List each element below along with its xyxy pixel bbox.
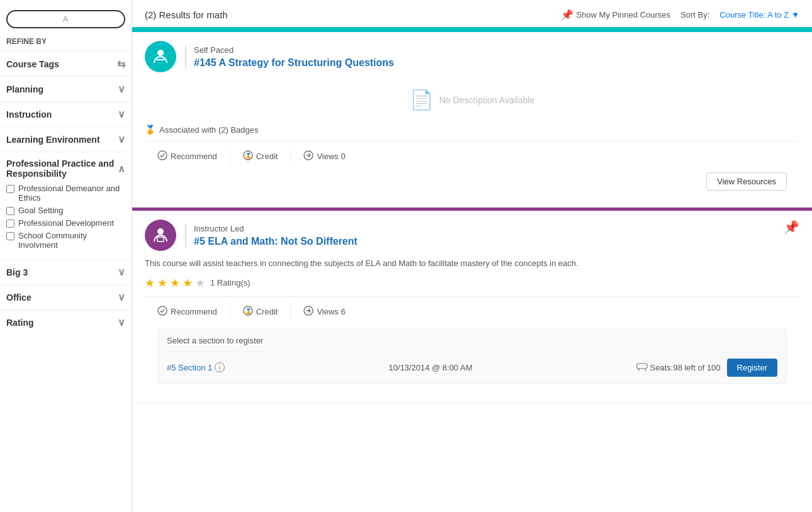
svg-text:🏅: 🏅 — [244, 152, 252, 160]
sidebar-section-header-office[interactable]: Office∨ — [6, 291, 125, 303]
action-label-2-course-0: Views 0 — [317, 152, 345, 161]
sidebar-section-header-learning-environment[interactable]: Learning Environment∨ — [6, 133, 125, 145]
star-4-course-1: ★ — [183, 276, 193, 290]
action-label-0-course-1: Recommend — [171, 307, 217, 316]
sidebar-section-learning-environment: Learning Environment∨ — [0, 126, 132, 152]
sidebar-section-course-tags: Course Tags⇆ — [0, 51, 132, 76]
sidebar-section-header-rating[interactable]: Rating∨ — [6, 316, 125, 328]
action-btn-1-course-0[interactable]: 🏅Credit — [230, 148, 291, 165]
action-icon-2-course-0 — [303, 150, 313, 162]
sidebar: A REFINE BY Course Tags⇆Planning∨Instruc… — [0, 0, 132, 512]
sidebar-section-planning: Planning∨ — [0, 76, 132, 101]
checkbox-label-professional-development: Professional Development — [18, 218, 114, 228]
checkbox-item-professional-demeanor[interactable]: Professional Demeanor and Ethics — [6, 184, 125, 203]
svg-point-8 — [158, 306, 167, 315]
action-label-0-course-0: Recommend — [171, 152, 217, 161]
course-type-1: Instructor Led — [194, 224, 358, 233]
sidebar-chevron-icon-professional-practice: ∧ — [118, 163, 125, 175]
checkbox-professional-development[interactable] — [6, 220, 14, 228]
svg-text:🏅: 🏅 — [244, 308, 252, 315]
course-pin-1[interactable]: 📌 — [784, 220, 799, 235]
actions-row-0: Recommend🏅CreditViews 0 — [145, 141, 799, 167]
course-icon-1 — [145, 220, 176, 251]
stars-row-1: ★★★★★1 Rating(s) — [145, 276, 799, 290]
course-card-0: Self Paced#145 A Strategy for Structurin… — [132, 29, 812, 208]
course-title-row-0: Self Paced#145 A Strategy for Structurin… — [145, 41, 799, 72]
sidebar-section-label-instruction: Instruction — [6, 109, 52, 120]
action-icon-0-course-1 — [157, 306, 167, 318]
sidebar-section-label-learning-environment: Learning Environment — [6, 135, 100, 145]
checkbox-item-professional-development[interactable]: Professional Development — [6, 218, 125, 228]
view-resources-row-0: View Resources — [145, 167, 799, 198]
svg-point-0 — [157, 50, 164, 56]
sort-chevron-icon: ▼ — [791, 10, 799, 19]
no-desc-text-0: No Description Available — [439, 95, 535, 105]
pin-courses-label: Show My Pinned Courses — [576, 10, 670, 19]
course-title-0[interactable]: #145 A Strategy for Structuring Question… — [194, 57, 394, 69]
pin-icon: 📌 — [561, 9, 573, 21]
checkbox-item-goal-setting[interactable]: Goal Setting — [6, 206, 125, 215]
main-header: (2) Results for math 📌 Show My Pinned Co… — [132, 0, 812, 29]
sidebar-section-rating: Rating∨ — [0, 309, 132, 335]
badge-row-0[interactable]: 🏅Associated with (2) Badges — [145, 125, 799, 135]
results-text: (2) Results for math — [145, 9, 228, 20]
search-box: A — [6, 10, 125, 28]
section-name-1[interactable]: #5 Section 1 i — [167, 362, 225, 372]
sidebar-chevron-icon-learning-environment: ∨ — [118, 133, 125, 145]
course-title-1[interactable]: #5 ELA and Math: Not So Different — [194, 236, 358, 247]
actions-row-1: Recommend🏅CreditViews 6 — [145, 296, 799, 323]
action-icon-1-course-0: 🏅 — [243, 150, 253, 162]
course-icon-0 — [145, 41, 176, 72]
header-right: 📌 Show My Pinned Courses Sort By: Course… — [561, 9, 799, 21]
checkbox-item-school-community[interactable]: School Community Involvment — [6, 231, 125, 250]
course-body-0: Self Paced#145 A Strategy for Structurin… — [132, 32, 812, 207]
sidebar-section-label-planning: Planning — [6, 84, 43, 94]
sidebar-section-header-instruction[interactable]: Instruction∨ — [6, 108, 125, 120]
action-btn-0-course-1[interactable]: Recommend — [145, 303, 230, 320]
seats-icon-1 — [636, 363, 648, 372]
checkbox-school-community[interactable] — [6, 232, 14, 240]
sidebar-chevron-icon-office: ∨ — [118, 291, 125, 303]
action-label-1-course-1: Credit — [256, 307, 278, 316]
course-body-1: Instructor Led#5 ELA and Math: Not So Di… — [132, 211, 812, 403]
section-row-1: #5 Section 1 i 10/13/2014 @ 8:00 AM Seat… — [158, 352, 786, 383]
star-1-course-1: ★ — [145, 276, 155, 290]
course-title-row-1: Instructor Led#5 ELA and Math: Not So Di… — [145, 220, 799, 251]
action-btn-2-course-1[interactable]: Views 6 — [291, 303, 358, 320]
svg-rect-12 — [637, 364, 647, 369]
sidebar-section-header-planning[interactable]: Planning∨ — [6, 83, 125, 95]
sidebar-section-header-course-tags[interactable]: Course Tags⇆ — [6, 58, 125, 70]
course-title-info-0: Self Paced#145 A Strategy for Structurin… — [185, 45, 394, 69]
sidebar-section-label-rating: Rating — [6, 318, 34, 328]
section-register-header-1: Select a section to register — [158, 330, 786, 352]
sidebar-section-header-big3[interactable]: Big 3∨ — [6, 266, 125, 278]
course-title-info-1: Instructor Led#5 ELA and Math: Not So Di… — [185, 224, 358, 247]
section-register-area-1: Select a section to register #5 Section … — [157, 329, 787, 384]
sort-value[interactable]: Course Title: A to Z ▼ — [719, 10, 799, 19]
sidebar-section-header-professional-practice[interactable]: Professional Practice and Responsibility… — [6, 159, 125, 179]
action-icon-2-course-1 — [303, 306, 313, 318]
action-btn-2-course-0[interactable]: Views 0 — [291, 148, 358, 165]
badge-icon-0: 🏅 — [145, 125, 155, 135]
sidebar-chevron-icon-planning: ∨ — [118, 83, 125, 95]
star-5-course-1: ★ — [195, 276, 205, 290]
section-info-icon-1: i — [215, 362, 225, 372]
checkbox-goal-setting[interactable] — [6, 207, 14, 215]
action-label-2-course-1: Views 6 — [317, 307, 345, 316]
sort-value-text: Course Title: A to Z — [719, 10, 789, 19]
section-seats-1: Seats:98 left of 100 — [636, 363, 721, 372]
checkbox-professional-demeanor[interactable] — [6, 185, 14, 193]
action-btn-0-course-0[interactable]: Recommend — [145, 148, 230, 165]
sidebar-section-label-big3: Big 3 — [6, 267, 28, 277]
register-btn-1[interactable]: Register — [727, 359, 777, 377]
view-resources-btn-0[interactable]: View Resources — [706, 172, 787, 191]
action-icon-0-course-0 — [157, 150, 167, 162]
no-desc-icon-0: 📄 — [410, 89, 433, 111]
star-2-course-1: ★ — [157, 276, 167, 290]
pin-courses-link[interactable]: 📌 Show My Pinned Courses — [561, 9, 670, 21]
action-btn-1-course-1[interactable]: 🏅Credit — [230, 303, 291, 320]
sidebar-chevron-icon-big3: ∨ — [118, 266, 125, 278]
section-date-1: 10/13/2014 @ 8:00 AM — [231, 363, 629, 372]
course-description-1: This course will assist teachers in conn… — [145, 257, 799, 270]
sidebar-section-big3: Big 3∨ — [0, 259, 132, 284]
